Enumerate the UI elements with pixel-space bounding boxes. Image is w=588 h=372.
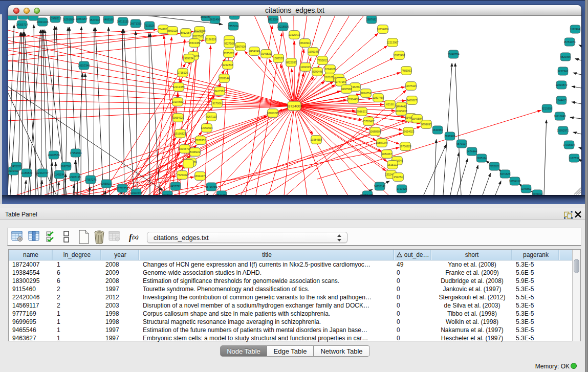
svg-text:1527602: 1527602 [90, 18, 100, 21]
svg-text:7857224: 7857224 [228, 25, 238, 28]
svg-text:2935114: 2935114 [476, 157, 487, 160]
svg-text:2718120: 2718120 [178, 71, 188, 74]
svg-text:1696146: 1696146 [308, 50, 318, 53]
svg-text:15226058: 15226058 [193, 29, 205, 32]
svg-text:1615132: 1615132 [387, 163, 398, 166]
svg-text:8822037: 8822037 [286, 61, 296, 64]
svg-text:8813054: 8813054 [268, 18, 278, 21]
svg-text:6879197: 6879197 [456, 142, 467, 145]
svg-text:3824554: 3824554 [361, 92, 371, 95]
svg-text:917006: 917006 [212, 102, 221, 105]
svg-text:3435051: 3435051 [11, 165, 21, 168]
svg-text:9777169: 9777169 [336, 80, 346, 83]
svg-text:10688609: 10688609 [369, 130, 381, 133]
svg-text:1244415: 1244415 [556, 99, 567, 102]
svg-text:1621072: 1621072 [324, 76, 335, 79]
svg-text:15720407: 15720407 [362, 120, 374, 123]
svg-text:8938928: 8938928 [445, 135, 455, 138]
svg-text:10046708: 10046708 [179, 147, 190, 150]
svg-text:1362615: 1362615 [300, 65, 311, 69]
svg-text:9997586: 9997586 [61, 165, 71, 168]
svg-text:10978313: 10978313 [49, 17, 61, 20]
svg-text:19756928: 19756928 [399, 145, 411, 148]
svg-text:7485063: 7485063 [401, 69, 411, 72]
svg-text:17016504: 17016504 [563, 143, 575, 146]
svg-text:62160: 62160 [386, 103, 394, 106]
svg-text:1588520: 1588520 [273, 57, 284, 60]
svg-text:9227342: 9227342 [558, 70, 568, 73]
svg-text:11156829: 11156829 [21, 171, 32, 174]
svg-text:18724007: 18724007 [286, 104, 302, 108]
svg-text:9245012: 9245012 [532, 192, 542, 195]
svg-text:9245011: 9245011 [162, 193, 172, 195]
svg-text:12213967: 12213967 [386, 41, 398, 44]
svg-text:16782759: 16782759 [116, 187, 128, 190]
svg-text:12353594: 12353594 [201, 126, 212, 129]
svg-text:16543382: 16543382 [188, 41, 200, 45]
svg-text:8267110: 8267110 [206, 115, 216, 118]
svg-text:8990448: 8990448 [312, 70, 322, 73]
svg-text:9463627: 9463627 [407, 99, 417, 102]
svg-text:989634: 989634 [184, 57, 193, 60]
svg-text:12905135: 12905135 [69, 176, 80, 179]
svg-text:20691406: 20691406 [36, 20, 48, 24]
svg-text:12342737: 12342737 [36, 171, 48, 174]
svg-text:9829966: 9829966 [560, 55, 571, 58]
svg-text:15751074: 15751074 [563, 40, 575, 43]
svg-text:10973493: 10973493 [393, 54, 405, 57]
svg-text:1640954: 1640954 [432, 128, 443, 132]
svg-text:19384554: 19384554 [310, 138, 322, 141]
svg-text:7986372: 7986372 [357, 110, 367, 113]
svg-text:8186328: 8186328 [206, 38, 216, 41]
svg-text:9242848: 9242848 [223, 63, 233, 67]
svg-text:10853267: 10853267 [75, 17, 87, 20]
svg-text:1167534: 1167534 [569, 157, 579, 160]
svg-text:17359924: 17359924 [70, 151, 81, 155]
svg-text:9084067: 9084067 [382, 152, 392, 156]
svg-text:19654923: 19654923 [172, 116, 184, 119]
svg-text:16648784: 16648784 [447, 53, 459, 56]
svg-text:6794028: 6794028 [325, 68, 335, 71]
svg-text:20364436: 20364436 [347, 98, 359, 101]
svg-text:8878352: 8878352 [195, 139, 206, 142]
svg-text:19166827: 19166827 [174, 132, 186, 135]
svg-text:19218506: 19218506 [277, 25, 289, 28]
svg-text:8660128: 8660128 [167, 29, 178, 32]
svg-text:20206576: 20206576 [48, 154, 59, 157]
svg-text:9457791: 9457791 [170, 185, 181, 188]
svg-text:1549584: 1549584 [412, 117, 422, 120]
svg-text:8471626: 8471626 [500, 172, 510, 176]
svg-text:2803144: 2803144 [219, 77, 229, 80]
svg-text:1112464: 1112464 [570, 28, 580, 31]
svg-text:8498222: 8498222 [190, 150, 200, 154]
svg-text:15716485: 15716485 [205, 185, 217, 188]
svg-text:10107552: 10107552 [171, 100, 183, 103]
svg-text:19654923: 19654923 [402, 130, 414, 133]
svg-text:17957275: 17957275 [84, 178, 96, 181]
svg-text:9474444: 9474444 [467, 150, 477, 153]
svg-text:2887682: 2887682 [366, 18, 377, 21]
svg-text:10807487: 10807487 [372, 96, 384, 99]
svg-text:16154806: 16154806 [377, 28, 388, 31]
svg-text:8454749: 8454749 [249, 50, 259, 53]
svg-text:6466160: 6466160 [103, 18, 114, 21]
svg-text:8672410: 8672410 [216, 193, 227, 195]
svg-text:7625402: 7625402 [177, 173, 187, 177]
svg-text:1145194: 1145194 [54, 173, 64, 176]
svg-text:9146821: 9146821 [261, 52, 271, 55]
svg-text:8912954: 8912954 [181, 31, 191, 34]
svg-text:2867608: 2867608 [235, 45, 246, 48]
svg-text:20153346: 20153346 [78, 64, 90, 67]
svg-text:8427552: 8427552 [214, 90, 225, 93]
svg-text:9327505: 9327505 [193, 35, 203, 38]
svg-text:15723412: 15723412 [228, 16, 240, 17]
svg-text:15692971: 15692971 [557, 129, 569, 132]
svg-text:7515526: 7515526 [144, 24, 155, 27]
svg-text:9327508: 9327508 [224, 42, 234, 45]
svg-text:7955812: 7955812 [317, 59, 328, 62]
svg-text:9245652: 9245652 [521, 187, 531, 190]
svg-text:252254: 252254 [394, 176, 402, 179]
svg-text:10719155: 10719155 [117, 20, 128, 23]
svg-text:16671355: 16671355 [129, 22, 141, 25]
svg-text:8215958: 8215958 [542, 107, 552, 110]
